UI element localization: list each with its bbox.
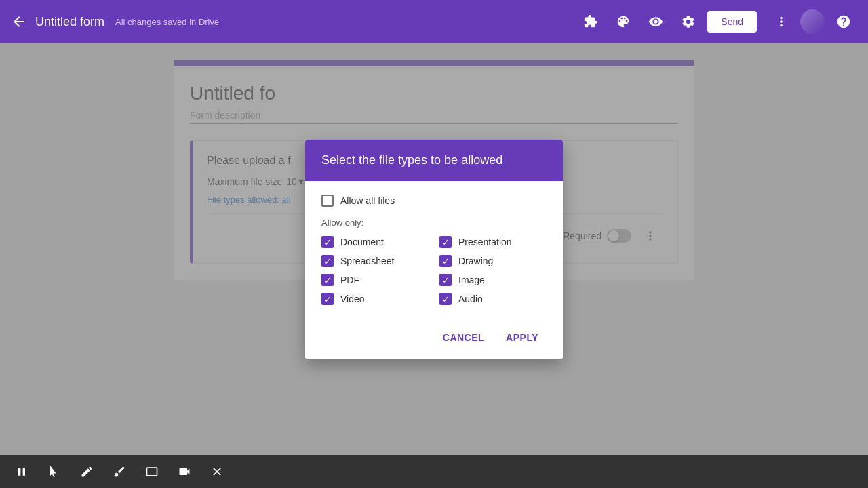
help-icon[interactable] xyxy=(830,8,857,35)
dialog-header: Select the file types to be allowed xyxy=(305,140,563,181)
header: Untitled form All changes saved in Drive… xyxy=(0,0,868,43)
document-label: Document xyxy=(340,237,384,247)
video-label: Video xyxy=(340,293,365,304)
palette-icon[interactable] xyxy=(610,8,637,35)
video-checkbox[interactable]: ✓ xyxy=(321,293,334,305)
image-label: Image xyxy=(458,274,485,285)
audio-label: Audio xyxy=(458,293,483,304)
header-actions: Send xyxy=(577,8,857,35)
cursor-tool[interactable] xyxy=(43,461,65,483)
cancel-button[interactable]: CANCEL xyxy=(435,327,492,348)
file-types-grid: ✓ Document ✓ Presentation ✓ Spreadsheet xyxy=(321,236,547,305)
list-item: ✓ Image xyxy=(439,274,547,286)
back-button[interactable] xyxy=(11,14,27,30)
list-item: ✓ Audio xyxy=(439,293,547,305)
save-status: All changes saved in Drive xyxy=(115,17,219,27)
dialog-overlay: Select the file types to be allowed Allo… xyxy=(0,43,868,455)
spreadsheet-label: Spreadsheet xyxy=(340,256,394,266)
dialog-body: Allow all files Allow only: ✓ Document ✓… xyxy=(305,181,563,319)
audio-checkbox[interactable]: ✓ xyxy=(439,293,452,305)
camera-tool[interactable] xyxy=(174,461,195,483)
extensions-icon[interactable] xyxy=(577,8,604,35)
allow-all-label: Allow all files xyxy=(340,195,395,206)
rectangle-tool[interactable] xyxy=(141,461,163,483)
dialog-footer: CANCEL APPLY xyxy=(305,319,563,359)
presentation-checkbox[interactable]: ✓ xyxy=(439,236,452,248)
send-button[interactable]: Send xyxy=(707,11,757,33)
presentation-label: Presentation xyxy=(458,237,512,247)
page-title: Untitled form xyxy=(35,15,104,29)
list-item: ✓ Document xyxy=(321,236,429,248)
main-content: Untitled fo Form description Please uplo… xyxy=(0,43,868,455)
preview-icon[interactable] xyxy=(642,8,669,35)
pen-tool[interactable] xyxy=(76,461,98,483)
pdf-label: PDF xyxy=(340,274,359,285)
drawing-label: Drawing xyxy=(458,256,493,266)
document-checkbox[interactable]: ✓ xyxy=(321,236,334,248)
list-item: ✓ Drawing xyxy=(439,255,547,267)
pause-button[interactable] xyxy=(11,461,33,483)
allow-only-label: Allow only: xyxy=(321,218,547,228)
allow-all-checkbox[interactable] xyxy=(321,195,334,207)
bottom-toolbar xyxy=(0,455,868,488)
allow-all-row: Allow all files xyxy=(321,195,547,207)
dialog-title: Select the file types to be allowed xyxy=(321,153,547,167)
settings-icon[interactable] xyxy=(675,8,702,35)
list-item: ✓ PDF xyxy=(321,274,429,286)
svg-rect-0 xyxy=(147,468,157,476)
highlight-tool[interactable] xyxy=(108,461,130,483)
list-item: ✓ Spreadsheet xyxy=(321,255,429,267)
file-types-dialog: Select the file types to be allowed Allo… xyxy=(305,140,563,359)
list-item: ✓ Presentation xyxy=(439,236,547,248)
image-checkbox[interactable]: ✓ xyxy=(439,274,452,286)
more-options-icon[interactable] xyxy=(768,8,795,35)
spreadsheet-checkbox[interactable]: ✓ xyxy=(321,255,334,267)
apply-button[interactable]: APPLY xyxy=(498,327,547,348)
list-item: ✓ Video xyxy=(321,293,429,305)
pdf-checkbox[interactable]: ✓ xyxy=(321,274,334,286)
close-tool[interactable] xyxy=(206,461,228,483)
avatar[interactable] xyxy=(800,9,825,34)
drawing-checkbox[interactable]: ✓ xyxy=(439,255,452,267)
